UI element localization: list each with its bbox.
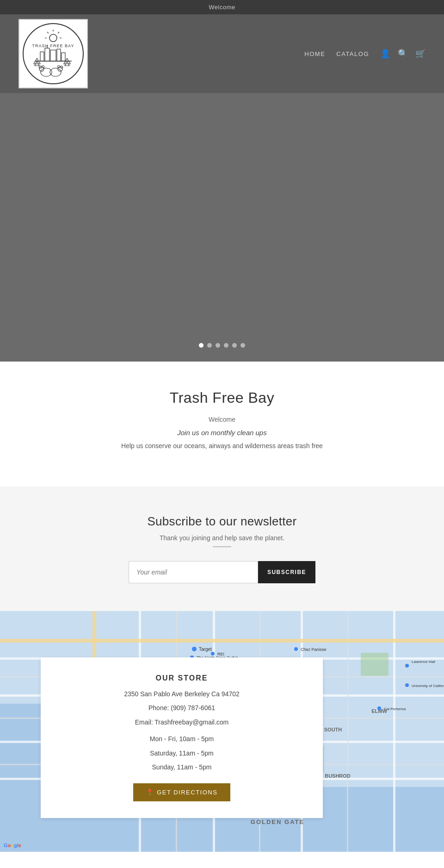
- svg-rect-44: [0, 639, 444, 643]
- svg-text:Chez Panisse: Chez Panisse: [301, 647, 327, 652]
- join-text: Join us on monthly clean ups: [18, 429, 426, 437]
- nav-home[interactable]: HOME: [304, 50, 325, 57]
- newsletter-form: SUBSCRIBE: [18, 561, 426, 583]
- get-directions-button[interactable]: 📍 GET DIRECTIONS: [133, 783, 231, 801]
- svg-point-61: [405, 664, 409, 668]
- logo-container[interactable]: TRASH FREE BAY: [18, 19, 88, 88]
- directions-label: GET DIRECTIONS: [157, 789, 217, 796]
- svg-text:BUSHROD: BUSHROD: [325, 773, 351, 779]
- dot-1[interactable]: [199, 343, 204, 348]
- svg-rect-8: [40, 52, 44, 61]
- main-content: Trash Free Bay Welcome Join us on monthl…: [0, 362, 444, 487]
- site-title: Trash Free Bay: [18, 389, 426, 406]
- search-icon[interactable]: 🔍: [398, 49, 408, 59]
- svg-point-65: [377, 706, 381, 710]
- svg-rect-12: [62, 53, 65, 61]
- svg-line-7: [47, 32, 49, 33]
- newsletter-subtitle: Thank you joining and help save the plan…: [18, 534, 426, 542]
- subscribe-button[interactable]: SUBSCRIBE: [258, 561, 315, 583]
- slideshow-dots: [199, 343, 245, 352]
- svg-point-59: [294, 647, 298, 651]
- store-title: OUR STORE: [59, 674, 304, 682]
- store-card: OUR STORE 2350 San Pablo Ave Berkeley Ca…: [41, 657, 323, 818]
- dot-3[interactable]: [216, 343, 220, 348]
- dot-4[interactable]: [224, 343, 228, 348]
- hero-section: [0, 93, 444, 362]
- svg-rect-11: [57, 49, 61, 61]
- store-hours: Mon - Fri, 10am - 5pm Saturday, 11am - 5…: [59, 734, 304, 772]
- main-nav: HOME CATALOG 👤 🔍 🛒: [304, 49, 426, 59]
- svg-text:REI: REI: [217, 652, 224, 656]
- newsletter-title: Subscribe to our newsletter: [18, 514, 426, 529]
- svg-rect-52: [361, 653, 388, 676]
- svg-rect-10: [50, 50, 56, 61]
- store-phone: Phone: (909) 787-6061: [59, 703, 304, 713]
- svg-point-2: [49, 34, 57, 42]
- environmental-section: Environmental Awareness: [0, 852, 444, 868]
- banner-text: Welcome: [209, 4, 235, 11]
- help-text: Help us conserve our oceans, airways and…: [18, 442, 426, 450]
- svg-point-53: [192, 647, 197, 651]
- svg-point-57: [211, 652, 215, 656]
- svg-marker-15: [35, 61, 39, 66]
- email-input[interactable]: [129, 561, 258, 583]
- nav-catalog[interactable]: CATALOG: [336, 50, 369, 57]
- svg-text:TRASH FREE BAY: TRASH FREE BAY: [32, 44, 74, 48]
- svg-point-63: [405, 683, 409, 687]
- svg-rect-9: [45, 48, 49, 61]
- account-icon[interactable]: 👤: [380, 49, 390, 59]
- dot-6[interactable]: [240, 343, 245, 348]
- svg-marker-17: [65, 61, 69, 66]
- store-address: 2350 San Pablo Ave Berkeley Ca 94702: [59, 689, 304, 699]
- site-header: TRASH FREE BAY: [0, 14, 444, 93]
- location-pin-icon: 📍: [146, 789, 154, 796]
- store-hours-saturday: Saturday, 11am - 5pm: [59, 748, 304, 758]
- dot-5[interactable]: [232, 343, 237, 348]
- dot-2[interactable]: [207, 343, 212, 348]
- svg-point-0: [23, 24, 83, 84]
- store-hours-monfri: Mon - Fri, 10am - 5pm: [59, 734, 304, 744]
- store-hours-sunday: Sunday, 11am - 5pm: [59, 762, 304, 772]
- google-logo: Google: [4, 843, 21, 848]
- svg-rect-42: [347, 611, 348, 852]
- store-email: Email: Trashfreebay@gmail.com: [59, 717, 304, 727]
- welcome-text: Welcome: [18, 416, 426, 423]
- cart-icon[interactable]: 🛒: [415, 49, 426, 59]
- svg-text:GOLDEN GATE: GOLDEN GATE: [251, 818, 304, 825]
- svg-text:University of California: University of California: [412, 684, 444, 688]
- svg-line-6: [58, 32, 59, 33]
- newsletter-section: Subscribe to our newsletter Thank you jo…: [0, 487, 444, 611]
- nav-icons: 👤 🔍 🛒: [380, 49, 426, 59]
- top-banner: Welcome: [0, 0, 444, 14]
- map-section: WESTBRAE SOUTH ELMW BUSHROD GOLDEN GATE …: [0, 611, 444, 852]
- svg-text:Target: Target: [199, 647, 212, 652]
- newsletter-divider: [213, 546, 231, 547]
- svg-text:SOUTH: SOUTH: [324, 727, 342, 732]
- svg-rect-43: [393, 611, 395, 852]
- svg-text:Cal Performa: Cal Performa: [384, 707, 406, 711]
- svg-text:Lawrence Hall: Lawrence Hall: [412, 660, 435, 664]
